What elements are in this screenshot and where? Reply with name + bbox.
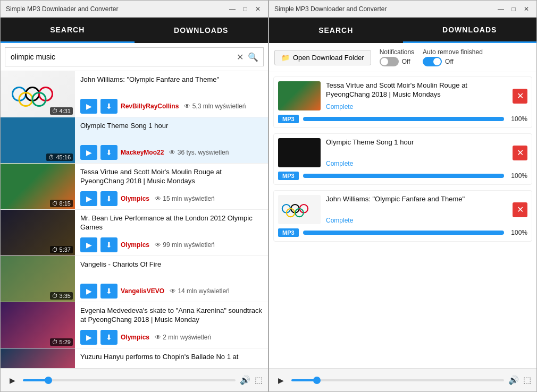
result-title: Evgenia Medvedeva's skate to "Anna Karen… [80, 306, 264, 325]
duration-text: 5:37 [60, 246, 71, 253]
right-progress-handle[interactable] [313, 377, 321, 384]
right-maximize-btn[interactable]: □ [509, 4, 518, 14]
left-volume-icon[interactable]: 🔊 [240, 375, 250, 385]
left-player-play-btn[interactable]: ▶ [6, 374, 19, 387]
left-window-controls: — □ ✕ [228, 4, 263, 14]
result-thumbnail [1, 348, 75, 368]
right-minimize-btn[interactable]: — [496, 4, 506, 14]
download-button[interactable]: ⬇ [100, 284, 118, 299]
download-status: Complete [326, 217, 507, 224]
mp3-badge: MP3 [278, 115, 299, 123]
result-actions: ▶ ⬇ Olympics 👁 99 mln wyświetleń [80, 237, 264, 252]
right-title-bar: Simple MP3 Downloader and Converter — □ … [269, 1, 536, 18]
right-tab-search[interactable]: SEARCH [269, 18, 403, 43]
result-title: Vangelis - Chariots Of Fire [80, 260, 264, 269]
download-item-header: Tessa Virtue and Scott Moir's Moulin Rou… [274, 77, 532, 115]
view-count: 👁 5,3 mln wyświetleń [184, 103, 246, 110]
search-glass-icon[interactable]: 🔍 [248, 52, 258, 62]
duration-badge: ⏱ 5:29 [50, 338, 73, 346]
folder-icon: 📁 [281, 54, 290, 62]
channel-name[interactable]: Olympics [121, 334, 149, 341]
right-close-btn[interactable]: ✕ [522, 4, 531, 14]
right-folder-icon[interactable]: ⬚ [523, 375, 531, 385]
right-volume-icon[interactable]: 🔊 [508, 375, 519, 385]
progress-percent: 100% [508, 172, 527, 180]
duration-badge: ⏱ 3:35 [50, 292, 73, 300]
result-info: Yuzuru Hanyu performs to Chopin's Ballad… [75, 348, 268, 368]
play-button[interactable]: ▶ [80, 99, 97, 114]
download-progress-row: MP3 100% [274, 172, 532, 184]
auto-remove-toggle-switch[interactable] [423, 57, 442, 66]
play-button[interactable]: ▶ [80, 237, 97, 252]
progress-bar [303, 174, 504, 178]
view-count: 👁 2 mln wyświetleń [155, 334, 211, 341]
left-progress-handle[interactable] [45, 377, 52, 384]
search-input-wrapper: ✕ 🔍 [1, 43, 268, 71]
right-tab-downloads[interactable]: DOWNLOADS [403, 18, 537, 43]
download-item: Olympic Theme Song 1 hour Complete ✕ MP3… [273, 133, 532, 185]
result-thumbnail: ⏱ 5:29 [1, 302, 75, 348]
download-title: Tessa Virtue and Scott Moir's Moulin Rou… [326, 81, 507, 99]
channel-name[interactable]: Olympics [121, 241, 149, 249]
left-window: Simple MP3 Downloader and Converter — □ … [0, 0, 268, 392]
result-title: John Williams: "Olympic Fanfare and Them… [80, 75, 264, 84]
channel-name[interactable]: MackeyMoo22 [121, 149, 164, 156]
auto-remove-label: Auto remove finished [423, 48, 483, 56]
result-info: Olympic Theme Song 1 hour ▶ ⬇ MackeyMoo2… [75, 117, 268, 163]
left-maximize-btn[interactable]: □ [240, 4, 250, 14]
download-remove-button[interactable]: ✕ [513, 89, 527, 104]
result-actions: ▶ ⬇ RevBillyRayCollins 👁 5,3 mln wyświet… [80, 99, 264, 114]
play-button[interactable]: ▶ [80, 330, 97, 345]
play-button[interactable]: ▶ [80, 284, 97, 299]
download-button[interactable]: ⬇ [100, 237, 118, 252]
auto-remove-toggle-row: Off [423, 57, 454, 66]
duration-text: 5:29 [60, 339, 71, 345]
result-actions: ▶ ⬇ MackeyMoo22 👁 36 tys. wyświetleń [80, 145, 264, 160]
notifications-toggle-switch[interactable] [380, 57, 399, 66]
clear-search-icon[interactable]: ✕ [237, 52, 244, 62]
duration-text: 4:31 [60, 108, 71, 114]
result-item: ⏱ 4:31 John Williams: "Olympic Fanfare a… [1, 71, 268, 117]
left-folder-icon[interactable]: ⬚ [255, 375, 263, 385]
result-item: ⏱ 3:35 Vangelis - Chariots Of Fire ▶ ⬇ V… [1, 256, 268, 302]
search-input[interactable] [5, 47, 264, 66]
download-remove-button[interactable]: ✕ [513, 202, 527, 217]
download-button[interactable]: ⬇ [100, 145, 118, 160]
left-close-btn[interactable]: ✕ [253, 4, 263, 14]
download-info: John Williams: "Olympic Fanfare and Them… [326, 195, 507, 224]
left-tab-search[interactable]: SEARCH [1, 18, 135, 43]
download-item-header: John Williams: "Olympic Fanfare and Them… [274, 191, 532, 228]
result-item: ⏱ 8:15 Tessa Virtue and Scott Moir's Mou… [1, 164, 268, 210]
result-item: ⏱ 5:37 Mr. Bean Live Performance at the … [1, 210, 268, 256]
result-title: Tessa Virtue and Scott Moir's Moulin Rou… [80, 168, 264, 186]
left-title-bar: Simple MP3 Downloader and Converter — □ … [1, 1, 268, 18]
download-progress-row: MP3 100% [274, 228, 532, 241]
downloads-toolbar: 📁 Open Download Folder Notifications Off… [269, 43, 536, 72]
left-window-title: Simple MP3 Downloader and Converter [6, 5, 228, 13]
left-tab-downloads[interactable]: DOWNLOADS [135, 18, 268, 43]
result-title: Olympic Theme Song 1 hour [80, 122, 264, 131]
left-player-progress[interactable] [23, 379, 236, 381]
right-player-progress[interactable] [291, 379, 504, 381]
left-minimize-btn[interactable]: — [228, 4, 237, 14]
play-button[interactable]: ▶ [80, 145, 97, 160]
right-window: Simple MP3 Downloader and Converter — □ … [268, 0, 537, 392]
channel-name[interactable]: VangelisVEVO [121, 287, 164, 295]
channel-name[interactable]: RevBillyRayCollins [121, 103, 179, 110]
download-button[interactable]: ⬇ [100, 330, 118, 345]
duration-text: 3:35 [60, 293, 71, 299]
notifications-toggle-group: Notifications Off [380, 48, 414, 66]
progress-bar [303, 117, 504, 121]
left-player-bar: ▶ 🔊 ⬚ [1, 368, 268, 391]
right-player-play-btn[interactable]: ▶ [274, 374, 287, 387]
play-button[interactable]: ▶ [80, 191, 97, 206]
download-button[interactable]: ⬇ [100, 191, 118, 206]
notifications-off-text: Off [402, 58, 410, 65]
download-remove-button[interactable]: ✕ [513, 146, 527, 160]
download-button[interactable]: ⬇ [100, 99, 118, 114]
channel-name[interactable]: Olympics [121, 195, 149, 202]
open-folder-button[interactable]: 📁 Open Download Folder [274, 50, 371, 65]
duration-badge: ⏱ 45:16 [46, 154, 73, 161]
view-count: 👁 36 tys. wyświetleń [169, 149, 229, 156]
progress-bar [303, 231, 504, 235]
